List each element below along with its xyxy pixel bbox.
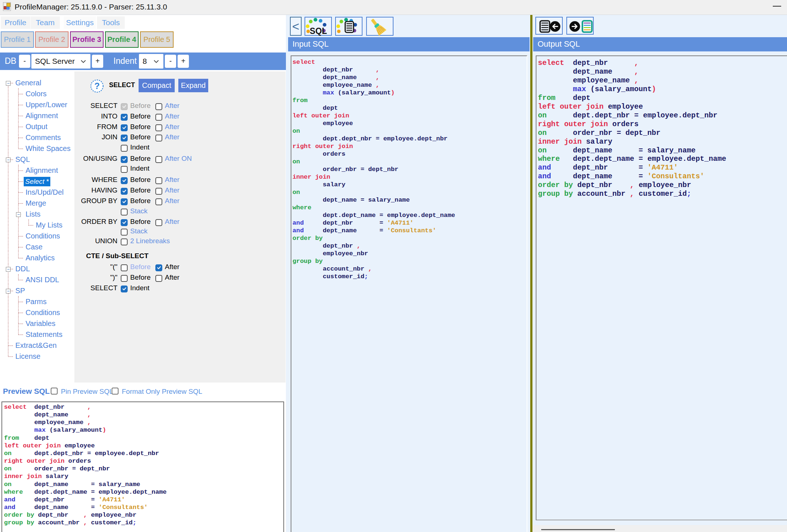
svg-text:SQL: SQL xyxy=(310,26,327,36)
svg-text:?: ? xyxy=(94,81,100,91)
